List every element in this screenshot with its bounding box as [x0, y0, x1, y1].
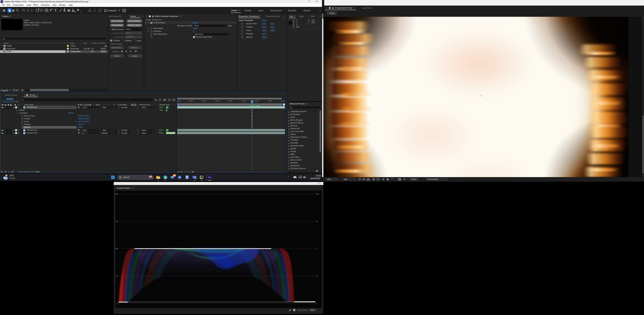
- svg-text:00300: 00300: [254, 100, 259, 102]
- svg-text:1: 1: [316, 248, 317, 250]
- svg-text:00050: 00050: [189, 100, 193, 102]
- svg-text:0.1: 0.1: [316, 275, 318, 277]
- svg-text:T: T: [193, 176, 194, 178]
- svg-text:00100: 00100: [202, 100, 206, 102]
- svg-text:00350: 00350: [268, 100, 272, 102]
- svg-text:0: 0: [117, 303, 118, 305]
- svg-text:10: 10: [116, 275, 118, 277]
- svg-text:5: 5: [6, 175, 7, 177]
- svg-text:10: 10: [316, 221, 318, 222]
- svg-text:fx: fx: [84, 129, 86, 131]
- svg-text:10K: 10K: [115, 193, 118, 195]
- svg-text:1K: 1K: [116, 221, 118, 222]
- svg-text:00250: 00250: [242, 100, 246, 102]
- svg-text:fx: fx: [84, 104, 85, 106]
- svg-text:0: 0: [316, 303, 317, 305]
- svg-text:Snapping: Snapping: [108, 9, 116, 12]
- svg-text:00200: 00200: [228, 100, 232, 102]
- svg-text:100: 100: [115, 248, 118, 250]
- svg-text:00150: 00150: [215, 100, 220, 102]
- svg-text:#: #: [18, 104, 19, 106]
- svg-text:100: 100: [316, 193, 319, 195]
- svg-text:fx: fx: [84, 107, 86, 109]
